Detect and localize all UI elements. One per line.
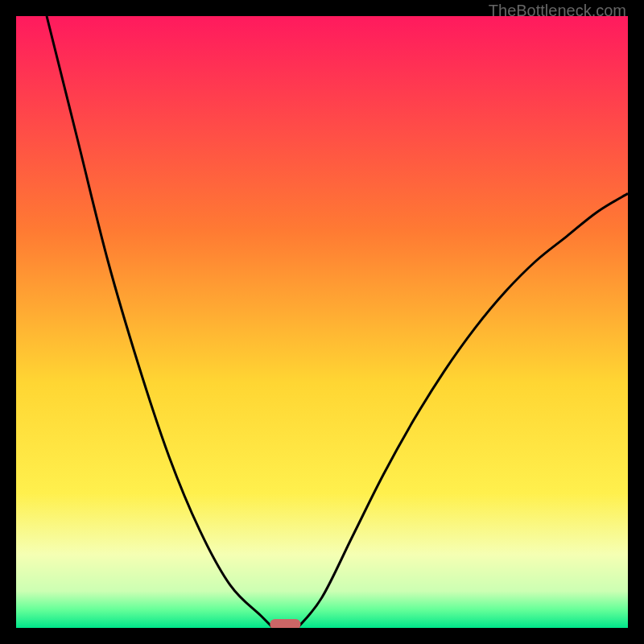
chart-container: TheBottleneck.com: [0, 0, 644, 644]
chart-svg: [16, 16, 628, 628]
gradient-background: [16, 16, 628, 628]
watermark-text: TheBottleneck.com: [489, 2, 626, 20]
bottleneck-marker: [270, 619, 300, 628]
plot-area: [16, 16, 628, 628]
